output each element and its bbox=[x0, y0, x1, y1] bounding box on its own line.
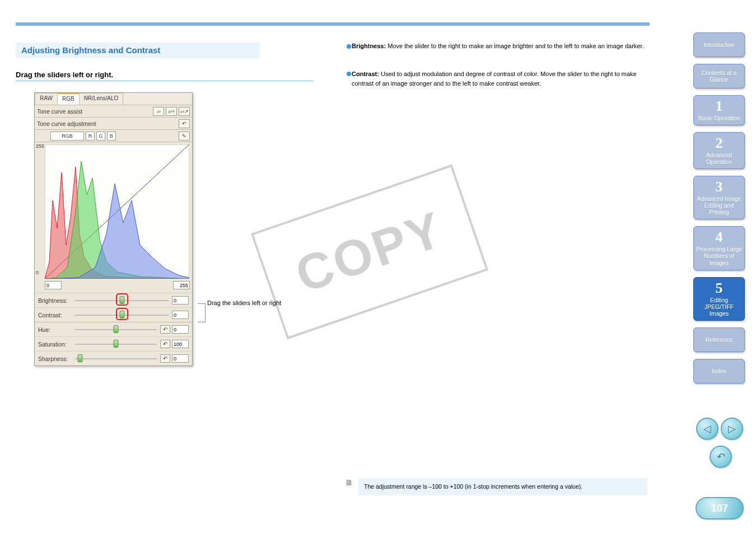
back-button[interactable]: ↶ bbox=[710, 446, 732, 468]
brightness-row: Brightness: bbox=[35, 293, 192, 307]
saturation-reset-button[interactable]: ↶ bbox=[160, 340, 170, 348]
brightness-knob[interactable] bbox=[119, 296, 124, 304]
note-icon: 🗎 bbox=[345, 478, 354, 489]
brightness-description: Brightness: Move the slider to the right… bbox=[352, 41, 648, 51]
brightness-slider[interactable] bbox=[75, 300, 169, 301]
channel-row: RGB R G B ✎ bbox=[35, 130, 192, 142]
rgb-tool-palette: RAW RGB NR/Lens/ALO Tone curve assist ▱ … bbox=[34, 92, 193, 366]
nav-index[interactable]: Index bbox=[693, 359, 745, 383]
hue-knob[interactable] bbox=[114, 325, 119, 333]
nav-chapter-1[interactable]: 1Basic Operation bbox=[693, 95, 745, 125]
callout-label: Drag the sliders left or right bbox=[207, 299, 297, 307]
page-nav-buttons: ◁ ▷ bbox=[696, 418, 743, 440]
hist-y-max: 255 bbox=[36, 143, 44, 149]
callout-bracket-icon bbox=[198, 303, 206, 322]
hist-min-input[interactable] bbox=[45, 281, 62, 289]
prev-page-button[interactable]: ◁ bbox=[696, 418, 718, 440]
hue-reset-button[interactable]: ↶ bbox=[160, 325, 170, 334]
tone-curve-assist-label: Tone curve assist bbox=[37, 108, 151, 115]
undo-button[interactable]: ↶ bbox=[179, 119, 190, 128]
channel-g-button[interactable]: G bbox=[96, 132, 105, 140]
contrast-knob[interactable] bbox=[119, 311, 124, 318]
top-accent-bar bbox=[16, 22, 650, 26]
saturation-knob[interactable] bbox=[114, 340, 119, 348]
brightness-desc-label: Brightness: bbox=[352, 43, 386, 49]
nav-chapter-3[interactable]: 3Advanced Image Editing and Printing bbox=[693, 176, 745, 219]
sharpness-reset-button[interactable]: ↶ bbox=[160, 354, 170, 363]
contrast-description: Contrast: Used to adjust modulation and … bbox=[352, 69, 648, 88]
channel-rgb-button[interactable]: RGB bbox=[50, 132, 84, 140]
brightness-label: Brightness: bbox=[38, 297, 72, 304]
contrast-desc-label: Contrast: bbox=[352, 71, 379, 77]
hue-row: Hue: ↶ bbox=[35, 322, 192, 336]
contrast-row: Contrast: bbox=[35, 307, 192, 322]
contrast-slider[interactable] bbox=[75, 315, 169, 316]
assist-custom-button[interactable]: ▱↗ bbox=[179, 107, 190, 116]
contrast-label: Contrast: bbox=[38, 312, 72, 318]
tab-bar: RAW RGB NR/Lens/ALO bbox=[35, 93, 192, 105]
instruction-subtitle: Drag the sliders left or right. bbox=[16, 71, 113, 79]
nav-chapter-4[interactable]: 4Processing Large Numbers of Images bbox=[693, 226, 745, 270]
nav-chapter-5[interactable]: 5Editing JPEG/TIFF Images bbox=[693, 277, 745, 321]
hue-label: Hue: bbox=[38, 326, 72, 333]
bullet-icon bbox=[347, 44, 351, 49]
nav-introduction[interactable]: Introduction bbox=[693, 32, 745, 57]
brightness-value-input[interactable] bbox=[172, 296, 189, 305]
saturation-row: Saturation: ↶ bbox=[35, 336, 192, 351]
hue-value-input[interactable] bbox=[172, 325, 189, 334]
contrast-desc-text: Used to adjust modulation and degree of … bbox=[352, 71, 637, 87]
sharpness-knob[interactable] bbox=[77, 354, 82, 362]
sharpness-label: Sharpness: bbox=[38, 355, 72, 362]
subtitle-underline bbox=[16, 81, 314, 81]
assist-plus-button[interactable]: ▱+ bbox=[166, 107, 177, 116]
tab-nr-lens-alo[interactable]: NR/Lens/ALO bbox=[79, 93, 124, 105]
chapter-sidebar: Introduction Contents at a Glance 1Basic… bbox=[693, 32, 745, 383]
copy-watermark: COPY bbox=[251, 165, 488, 340]
sharpness-value-input[interactable] bbox=[172, 354, 189, 363]
bullet-icon bbox=[347, 72, 351, 76]
section-title: Adjusting Brightness and Contrast bbox=[16, 43, 260, 58]
assist-standard-button[interactable]: ▱ bbox=[153, 107, 164, 116]
hue-slider[interactable] bbox=[75, 329, 157, 330]
sharpness-row: Sharpness: ↶ bbox=[35, 351, 192, 366]
next-page-button[interactable]: ▷ bbox=[721, 418, 743, 440]
brightness-desc-text: Move the slider to the right to make an … bbox=[388, 43, 643, 49]
nav-reference[interactable]: Reference bbox=[693, 327, 745, 352]
contrast-value-input[interactable] bbox=[172, 311, 189, 319]
channel-b-button[interactable]: B bbox=[107, 132, 116, 140]
eyedropper-button[interactable]: ✎ bbox=[179, 132, 190, 140]
tab-rgb[interactable]: RGB bbox=[57, 93, 80, 105]
hist-y-min: 0 bbox=[36, 270, 39, 275]
page-number: 107 bbox=[696, 497, 744, 519]
sharpness-slider[interactable] bbox=[75, 358, 157, 359]
tab-raw[interactable]: RAW bbox=[35, 93, 58, 105]
saturation-value-input[interactable] bbox=[172, 340, 189, 348]
tone-curve-adjust-row: Tone curve adjustment ↶ bbox=[35, 118, 192, 130]
histogram-area[interactable]: 255 0 bbox=[35, 142, 192, 280]
range-note: The adjustment range is –100 to +100 (in… bbox=[358, 478, 647, 495]
hist-max-input[interactable] bbox=[173, 281, 190, 289]
histogram-chart bbox=[45, 144, 189, 279]
tone-curve-adjust-label: Tone curve adjustment bbox=[37, 120, 177, 127]
saturation-slider[interactable] bbox=[75, 344, 157, 345]
tone-curve-assist-row: Tone curve assist ▱ ▱+ ▱↗ bbox=[35, 105, 192, 118]
channel-r-button[interactable]: R bbox=[86, 132, 95, 140]
nav-chapter-2[interactable]: 2Advanced Operation bbox=[693, 132, 745, 169]
histogram-range-row bbox=[35, 280, 192, 293]
saturation-label: Saturation: bbox=[38, 341, 72, 348]
nav-contents[interactable]: Contents at a Glance bbox=[693, 64, 745, 88]
